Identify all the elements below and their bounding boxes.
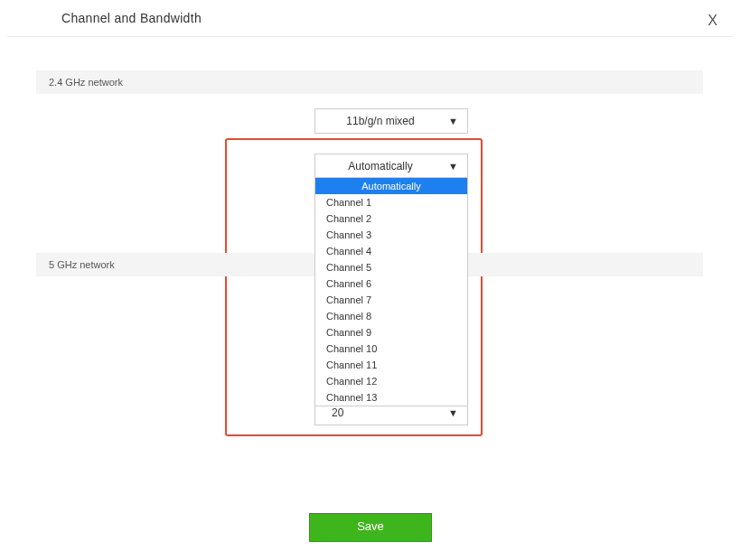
dropdown-option[interactable]: Channel 5 bbox=[315, 259, 467, 275]
save-button[interactable]: Save bbox=[309, 513, 432, 542]
dropdown-option[interactable]: Channel 8 bbox=[315, 308, 467, 324]
dropdown-option[interactable]: Channel 3 bbox=[315, 227, 467, 243]
chevron-down-icon: ▼ bbox=[448, 116, 458, 126]
wifi-channel-24-value: Automatically bbox=[315, 154, 446, 178]
dropdown-option[interactable]: Channel 7 bbox=[315, 292, 467, 308]
network-mode-24-select[interactable]: 11b/g/n mixed ▼ bbox=[314, 108, 468, 134]
page-title: Channel and Bandwidth bbox=[61, 11, 202, 25]
network-mode-24-value: 11b/g/n mixed bbox=[315, 109, 446, 133]
wifi-channel-24-dropdown[interactable]: Automatically Channel 1 Channel 2 Channe… bbox=[314, 177, 468, 406]
dropdown-option[interactable]: Channel 6 bbox=[315, 275, 467, 292]
wifi-channel-24-select[interactable]: Automatically ▼ bbox=[314, 154, 468, 179]
header-divider bbox=[7, 36, 734, 37]
dropdown-option[interactable]: Channel 4 bbox=[315, 243, 467, 259]
dropdown-option[interactable]: Channel 12 bbox=[315, 373, 467, 389]
dropdown-option[interactable]: Channel 2 bbox=[315, 210, 467, 227]
chevron-down-icon: ▼ bbox=[448, 161, 458, 172]
dropdown-option[interactable]: Channel 10 bbox=[315, 341, 467, 357]
dropdown-option[interactable]: Channel 13 bbox=[315, 389, 467, 406]
dropdown-option[interactable]: Channel 9 bbox=[315, 324, 467, 341]
section-24ghz: 2.4 GHz network bbox=[36, 70, 703, 94]
dropdown-option[interactable]: Channel 11 bbox=[315, 357, 467, 373]
dropdown-option[interactable]: Channel 1 bbox=[315, 194, 467, 210]
dropdown-option[interactable]: Automatically bbox=[315, 178, 467, 194]
chevron-down-icon: ▼ bbox=[448, 407, 458, 418]
close-button[interactable]: X bbox=[708, 13, 718, 29]
